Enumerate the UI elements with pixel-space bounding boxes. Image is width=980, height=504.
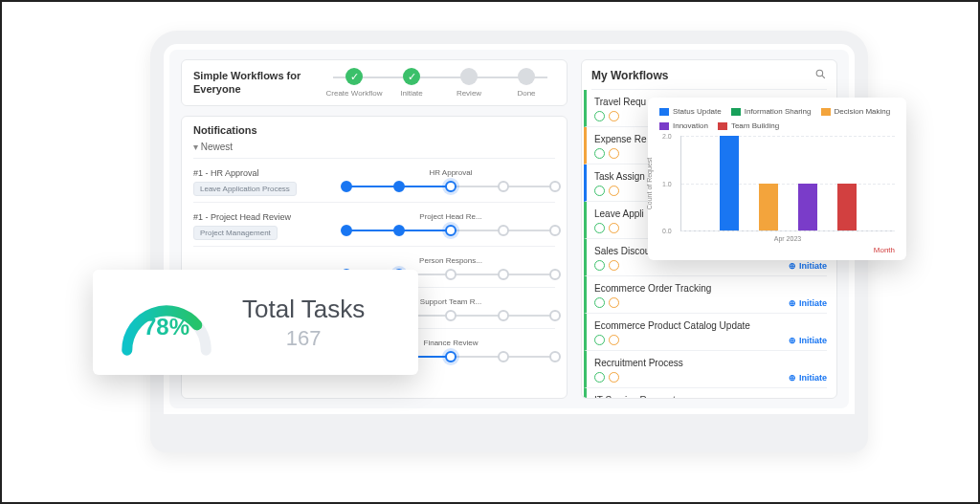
notification-tag: Project Management	[193, 226, 278, 240]
status-icon	[594, 260, 605, 271]
legend-item: Innovation	[659, 121, 708, 130]
step-initiate[interactable]: Initiate	[383, 68, 440, 98]
chart-bar	[720, 136, 739, 230]
workflow-name: Recruitment Process	[594, 358, 683, 368]
progress-track	[346, 224, 555, 237]
gauge-chart: 78%	[114, 289, 219, 356]
chart-ytick: 0.0	[662, 228, 672, 234]
legend-swatch	[731, 108, 741, 116]
workflow-name: Expense Re	[594, 134, 646, 144]
status-icon	[594, 148, 605, 159]
status-icon	[594, 111, 605, 121]
status-icon	[609, 148, 619, 159]
legend-item: Information Sharing	[731, 107, 812, 116]
workflow-name: Ecommerce Order Tracking	[594, 283, 711, 294]
step-done[interactable]: Done	[498, 68, 555, 98]
workflow-item[interactable]: Recruitment ProcessInitiate	[584, 351, 827, 388]
chart-bar	[759, 184, 778, 231]
search-icon[interactable]	[814, 68, 827, 83]
workflow-item[interactable]: Ecommerce Order TrackingInitiate	[584, 276, 827, 314]
notifications-title: Notifications	[193, 124, 555, 136]
initiate-link[interactable]: Initiate	[789, 336, 827, 345]
requests-chart-card: Status UpdateInformation SharingDecision…	[648, 98, 906, 260]
my-workflows-title: My Workflows	[591, 69, 668, 82]
svg-line-1	[822, 76, 825, 78]
chart-month-link[interactable]: Month	[659, 246, 895, 254]
notification-tag: Leave Application Process	[193, 182, 297, 196]
status-icon	[594, 297, 605, 308]
status-icon	[609, 111, 619, 121]
step-review[interactable]: Review	[440, 68, 498, 98]
page-title: Simple Workflows for Everyone	[193, 70, 308, 95]
chart-bar	[837, 184, 857, 231]
chart-legend: Status UpdateInformation SharingDecision…	[659, 107, 895, 130]
legend-swatch	[659, 122, 669, 130]
notification-title: #1 - HR Approval	[193, 168, 346, 178]
initiate-link[interactable]: Initiate	[789, 298, 827, 308]
chart-xlabel: Apr 2023	[680, 235, 895, 242]
workflow-stepper-card: Simple Workflows for Everyone Create Wor…	[181, 59, 568, 106]
workflow-name: Travel Requ	[594, 97, 646, 107]
chart-ytick: 2.0	[662, 133, 672, 140]
svg-point-0	[816, 70, 823, 77]
chart-ylabel: Count of Request	[646, 157, 653, 208]
total-tasks-label: Total Tasks	[242, 295, 365, 324]
legend-swatch	[821, 108, 831, 116]
legend-item: Team Building	[718, 121, 779, 130]
chart-bar	[798, 184, 817, 231]
status-icon	[609, 372, 619, 383]
workflow-name: Leave Appli	[594, 208, 644, 219]
status-icon	[594, 335, 605, 345]
initiate-link[interactable]: Initiate	[789, 373, 827, 383]
status-icon	[594, 223, 605, 233]
total-tasks-card: 78% Total Tasks 167	[93, 270, 418, 375]
progress-track	[346, 180, 555, 193]
legend-swatch	[659, 108, 669, 116]
legend-item: Decision Making	[821, 107, 891, 116]
legend-swatch	[718, 122, 727, 130]
status-icon	[609, 223, 619, 233]
status-icon	[609, 260, 619, 271]
step-create[interactable]: Create Workflow	[325, 68, 383, 98]
workflow-steps: Create Workflow Initiate Review Done	[325, 68, 555, 98]
gauge-percent: 78%	[114, 314, 219, 356]
chart-plot: Count of Request 0.01.02.0	[680, 136, 895, 231]
chart-ytick: 1.0	[662, 180, 672, 186]
notification-title: #1 - Project Head Review	[193, 212, 346, 222]
status-icon	[609, 335, 619, 345]
notification-item[interactable]: #1 - Project Head ReviewProject Manageme…	[193, 202, 555, 246]
notification-stage-label: Person Respons...	[346, 256, 555, 265]
status-icon	[609, 297, 619, 308]
notification-item[interactable]: #1 - HR ApprovalLeave Application Proces…	[193, 158, 555, 202]
workflow-item[interactable]: Ecommerce Product Catalog UpdateInitiate	[584, 314, 827, 351]
notification-stage-label: Project Head Re...	[346, 212, 555, 221]
status-icon	[594, 186, 605, 196]
status-icon	[594, 372, 605, 383]
legend-item: Status Update	[659, 107, 722, 116]
notification-stage-label: HR Approval	[346, 168, 555, 177]
total-tasks-count: 167	[242, 326, 365, 351]
initiate-link[interactable]: Initiate	[789, 261, 827, 271]
workflow-name: IT Service Request	[594, 395, 676, 399]
status-icon	[609, 186, 619, 196]
workflow-name: Task Assign	[594, 171, 645, 182]
workflow-name: Ecommerce Product Catalog Update	[594, 320, 750, 331]
notifications-group-toggle[interactable]: Newest	[193, 142, 555, 152]
workflow-item[interactable]: IT Service RequestInitiate	[584, 388, 827, 399]
